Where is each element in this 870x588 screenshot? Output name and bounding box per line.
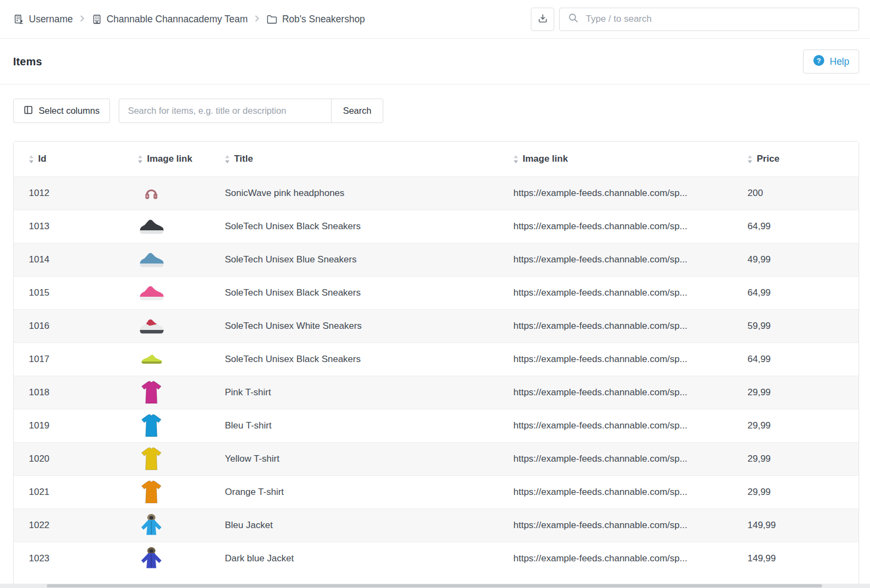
product-image	[138, 346, 165, 373]
help-button[interactable]: ? Help	[803, 50, 859, 74]
cell-id: 1018	[14, 387, 122, 398]
sort-icon	[513, 155, 518, 163]
search-button[interactable]: Search	[331, 99, 383, 123]
table-row[interactable]: 1023 Dark blue Jackethttps://example-fee…	[14, 542, 859, 575]
select-columns-button[interactable]: Select columns	[13, 99, 110, 123]
cell-image	[122, 180, 210, 207]
breadcrumb-item-username[interactable]: Username	[13, 14, 73, 25]
table-row[interactable]: 1014 SoleTech Unisex Blue Sneakershttps:…	[14, 243, 859, 276]
cell-image-link: https://example-feeds.channable.com/sp..…	[498, 454, 732, 464]
cell-id: 1017	[14, 354, 122, 365]
global-search-input[interactable]	[585, 13, 850, 25]
cell-id: 1019	[14, 420, 122, 431]
page: Username Channable Channacademy Team	[0, 0, 870, 588]
product-image	[138, 180, 165, 207]
page-title: Items	[13, 56, 42, 68]
table-row[interactable]: 1020 Yellow T-shirthttps://example-feeds…	[14, 442, 859, 475]
columns-icon	[23, 105, 33, 117]
cell-title: Pink T-shirt	[210, 387, 498, 398]
product-image	[138, 479, 165, 506]
cell-price: 29,99	[732, 454, 859, 464]
help-button-label: Help	[830, 56, 849, 68]
scrollbar-thumb[interactable]	[47, 584, 822, 587]
column-header-label: Image link	[147, 154, 192, 164]
cell-image-link: https://example-feeds.channable.com/sp..…	[498, 354, 732, 365]
cell-title: SoleTech Unisex Black Sneakers	[210, 221, 498, 232]
table-row[interactable]: 1021 Orange T-shirthttps://example-feeds…	[14, 475, 859, 509]
select-columns-label: Select columns	[39, 106, 100, 116]
cell-price: 29,99	[732, 420, 859, 431]
table-row[interactable]: 1016 SoleTech Unisex White Sneakershttps…	[14, 309, 859, 342]
cell-title: SonicWave pink headphones	[210, 188, 498, 199]
cell-image-link: https://example-feeds.channable.com/sp..…	[498, 487, 732, 498]
cell-title: Yellow T-shirt	[210, 454, 498, 464]
download-button[interactable]	[531, 8, 554, 31]
column-header-price[interactable]: Price	[732, 154, 859, 164]
product-image	[138, 512, 165, 539]
sort-icon	[748, 155, 752, 163]
product-image	[138, 379, 165, 406]
cell-title: SoleTech Unisex Blue Sneakers	[210, 254, 498, 265]
product-image	[138, 313, 165, 340]
table-header-row: IdImage linkTitleImage linkPrice	[14, 142, 859, 176]
cell-image	[122, 213, 210, 240]
top-bar: Username Channable Channacademy Team	[0, 0, 870, 39]
column-header-label: Image link	[523, 154, 568, 164]
chevron-right-icon	[78, 14, 86, 25]
product-image	[138, 545, 165, 572]
cell-title: Bleu Jacket	[210, 520, 498, 531]
table-row[interactable]: 1018 Pink T-shirthttps://example-feeds.c…	[14, 376, 859, 409]
cell-id: 1016	[14, 321, 122, 332]
topbar-actions	[531, 8, 859, 31]
column-header-image-link[interactable]: Image link	[498, 154, 732, 164]
cell-id: 1014	[14, 254, 122, 265]
table-row[interactable]: 1012 SonicWave pink headphoneshttps://ex…	[14, 176, 859, 210]
cell-title: Bleu T-shirt	[210, 420, 498, 431]
cell-image-link: https://example-feeds.channable.com/sp..…	[498, 553, 732, 564]
breadcrumb-item-project[interactable]: Rob's Sneakershop	[266, 14, 365, 25]
product-image	[138, 279, 165, 307]
column-header-id[interactable]: Id	[14, 154, 122, 164]
download-icon	[537, 13, 548, 26]
svg-text:?: ?	[817, 56, 821, 64]
table-row[interactable]: 1017 SoleTech Unisex Black Sneakershttps…	[14, 342, 859, 376]
column-header-title[interactable]: Title	[210, 154, 498, 164]
product-image	[138, 445, 165, 473]
table-row[interactable]: 1015 SoleTech Unisex Black Sneakershttps…	[14, 276, 859, 309]
cell-image	[122, 412, 210, 439]
page-header: Items ? Help	[0, 39, 870, 84]
cell-price: 29,99	[732, 487, 859, 498]
cell-image	[122, 379, 210, 406]
cell-image-link: https://example-feeds.channable.com/sp..…	[498, 520, 732, 531]
sort-icon	[138, 155, 143, 163]
global-search	[559, 8, 859, 31]
items-table: IdImage linkTitleImage linkPrice 1012 So…	[13, 141, 859, 588]
cell-price: 64,99	[732, 221, 859, 232]
table-row[interactable]: 1019 Bleu T-shirthttps://example-feeds.c…	[14, 409, 859, 442]
column-header-image-link[interactable]: Image link	[122, 154, 210, 164]
cell-image-link: https://example-feeds.channable.com/sp..…	[498, 321, 732, 332]
cell-image-link: https://example-feeds.channable.com/sp..…	[498, 188, 732, 199]
product-image	[138, 213, 165, 240]
cell-image-link: https://example-feeds.channable.com/sp..…	[498, 420, 732, 431]
cell-id: 1013	[14, 221, 122, 232]
cell-price: 149,99	[732, 553, 859, 564]
cell-id: 1021	[14, 487, 122, 498]
cell-id: 1012	[14, 188, 122, 199]
table-row[interactable]: 1013 SoleTech Unisex Black Sneakershttps…	[14, 210, 859, 243]
breadcrumb: Username Channable Channacademy Team	[13, 14, 365, 25]
cell-id: 1022	[14, 520, 122, 531]
column-header-label: Id	[38, 154, 46, 164]
cell-image	[122, 313, 210, 340]
column-header-label: Price	[757, 154, 780, 164]
cell-image	[122, 346, 210, 373]
cell-image	[122, 479, 210, 506]
cell-image	[122, 445, 210, 473]
cell-title: SoleTech Unisex Black Sneakers	[210, 354, 498, 365]
product-image	[138, 246, 165, 273]
cell-image-link: https://example-feeds.channable.com/sp..…	[498, 254, 732, 265]
table-controls: Select columns Search	[13, 99, 383, 123]
item-search-input[interactable]	[119, 99, 332, 123]
table-row[interactable]: 1022 Bleu Jackethttps://example-feeds.ch…	[14, 509, 859, 542]
breadcrumb-item-team[interactable]: Channable Channacademy Team	[91, 14, 248, 25]
